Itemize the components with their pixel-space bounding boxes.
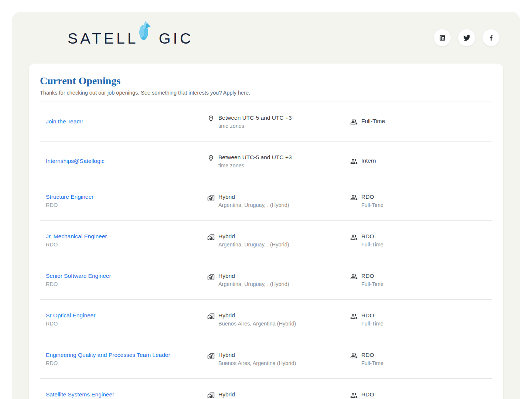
job-location-secondary: Argentina, Uruguay, . (Hybrid): [218, 281, 289, 287]
logo-text-left: SATELL: [68, 31, 139, 46]
job-department: RDO: [46, 360, 207, 366]
job-location-primary: Between UTC-5 and UTC +3: [218, 115, 292, 121]
job-title-cell: Structure Engineer RDO: [46, 194, 207, 208]
home-work-icon: [207, 313, 215, 320]
twitter-button[interactable]: [458, 29, 475, 47]
job-row: Engineering Quality and Processes Team L…: [40, 339, 492, 378]
job-location-cell: Hybrid Argentina, Uruguay, . (Hybrid): [207, 194, 350, 208]
job-meta-primary: Intern: [361, 157, 376, 164]
job-location-secondary: Argentina, Uruguay, . (Hybrid): [218, 202, 289, 208]
job-meta-cell: Full-Time: [350, 118, 492, 126]
job-title-cell: Satellite Systems Engineer RDO: [46, 391, 207, 399]
job-meta-primary: RDO: [361, 312, 383, 319]
job-location-cell: Hybrid Buenos Aires, Argentina (Hybrid): [207, 391, 350, 399]
job-meta-cell: RDO Full-Time: [350, 194, 492, 208]
current-openings-card: Current Openings Thanks for checking out…: [29, 64, 503, 399]
job-meta-secondary: Full-Time: [361, 242, 383, 248]
job-meta-secondary: Full-Time: [361, 360, 383, 366]
job-title-link[interactable]: Internships@Satellogic: [46, 158, 105, 164]
job-list: Join the Team! Between UTC-5 and UTC +3 …: [40, 102, 492, 399]
linkedin-button[interactable]: [433, 29, 451, 47]
satellogic-logo[interactable]: SATELL GIC: [68, 29, 194, 46]
people-icon: [350, 158, 358, 165]
home-work-icon: [207, 194, 215, 201]
pin-icon: [207, 115, 215, 122]
job-meta-cell: Intern: [350, 157, 492, 165]
job-title-link[interactable]: Engineering Quality and Processes Team L…: [46, 352, 170, 358]
job-location-primary: Hybrid: [218, 391, 296, 398]
logo-text-right: GIC: [159, 31, 194, 46]
job-meta-cell: RDO Full-Time: [350, 273, 492, 287]
job-meta-primary: RDO: [361, 352, 383, 358]
twitter-icon: [463, 34, 470, 41]
people-icon: [350, 118, 358, 126]
top-bar: SATELL GIC: [12, 12, 520, 64]
job-location-cell: Hybrid Buenos Aires, Argentina (Hybrid): [207, 352, 350, 366]
home-work-icon: [207, 352, 215, 359]
people-icon: [350, 313, 358, 320]
job-meta-primary: RDO: [361, 194, 383, 200]
job-row: Internships@Satellogic Between UTC-5 and…: [40, 141, 492, 181]
job-row: Structure Engineer RDO Hybrid Argentina,…: [40, 181, 492, 220]
job-location-secondary: time zones: [218, 163, 292, 168]
job-location-primary: Hybrid: [218, 194, 289, 200]
job-row: Sr Optical Engineer RDO Hybrid Buenos Ai…: [40, 299, 492, 339]
job-location-cell: Between UTC-5 and UTC +3 time zones: [207, 154, 350, 168]
job-location-primary: Hybrid: [218, 312, 296, 319]
job-department: RDO: [46, 242, 207, 248]
job-meta-cell: RDO Full-Time: [350, 391, 492, 399]
home-work-icon: [207, 233, 215, 241]
job-title-link[interactable]: Jr. Mechanical Engineer: [46, 233, 107, 240]
job-meta-cell: RDO Full-Time: [350, 352, 492, 366]
job-title-cell: Senior Software Engineer RDO: [46, 273, 207, 287]
page-title: Current Openings: [40, 75, 492, 87]
job-location-secondary: Argentina, Uruguay, . (Hybrid): [218, 242, 289, 248]
job-meta-primary: RDO: [361, 233, 383, 240]
job-department: RDO: [46, 281, 207, 287]
job-location-secondary: Buenos Aires, Argentina (Hybrid): [218, 321, 296, 327]
job-title-link[interactable]: Join the Team!: [46, 118, 83, 125]
job-location-secondary: Buenos Aires, Argentina (Hybrid): [218, 360, 296, 366]
job-location-cell: Hybrid Argentina, Uruguay, . (Hybrid): [207, 273, 350, 287]
job-meta-secondary: Full-Time: [361, 321, 383, 327]
job-title-link[interactable]: Satellite Systems Engineer: [46, 391, 114, 398]
job-location-cell: Hybrid Argentina, Uruguay, . (Hybrid): [207, 233, 350, 248]
job-location-primary: Hybrid: [218, 233, 289, 240]
job-title-link[interactable]: Sr Optical Engineer: [46, 312, 95, 319]
people-icon: [350, 233, 358, 241]
social-buttons: [433, 29, 500, 47]
home-work-icon: [207, 273, 215, 280]
job-meta-secondary: Full-Time: [361, 281, 383, 287]
job-title-cell: Engineering Quality and Processes Team L…: [46, 352, 207, 366]
job-meta-cell: RDO Full-Time: [350, 312, 492, 327]
job-department: RDO: [46, 202, 207, 208]
linkedin-icon: [439, 34, 446, 41]
job-meta-primary: RDO: [361, 391, 383, 398]
job-title-cell: Internships@Satellogic: [46, 158, 207, 164]
page-container: SATELL GIC Current Openings Thanks for c…: [12, 12, 520, 399]
home-work-icon: [207, 392, 215, 399]
job-row: Jr. Mechanical Engineer RDO Hybrid Argen…: [40, 220, 492, 260]
people-icon: [350, 273, 358, 280]
job-row: Satellite Systems Engineer RDO Hybrid Bu…: [40, 378, 492, 399]
people-icon: [350, 194, 358, 201]
people-icon: [350, 352, 358, 359]
job-title-cell: Sr Optical Engineer RDO: [46, 312, 207, 327]
job-meta-cell: RDO Full-Time: [350, 233, 492, 248]
job-location-primary: Hybrid: [218, 273, 289, 279]
job-title-cell: Jr. Mechanical Engineer RDO: [46, 233, 207, 248]
job-title-link[interactable]: Senior Software Engineer: [46, 273, 111, 279]
job-location-secondary: time zones: [218, 123, 292, 129]
job-location-primary: Between UTC-5 and UTC +3: [218, 154, 292, 161]
pin-icon: [207, 154, 215, 162]
facebook-button[interactable]: [482, 29, 500, 47]
job-row: Senior Software Engineer RDO Hybrid Arge…: [40, 260, 492, 299]
job-title-cell: Join the Team!: [46, 118, 207, 125]
facebook-icon: [488, 34, 495, 41]
job-title-link[interactable]: Structure Engineer: [46, 194, 93, 200]
job-meta-primary: Full-Time: [361, 118, 385, 125]
job-row: Join the Team! Between UTC-5 and UTC +3 …: [40, 102, 492, 141]
page-subtitle: Thanks for checking out our job openings…: [40, 90, 492, 96]
job-meta-primary: RDO: [361, 273, 383, 279]
job-location-cell: Hybrid Buenos Aires, Argentina (Hybrid): [207, 312, 350, 327]
